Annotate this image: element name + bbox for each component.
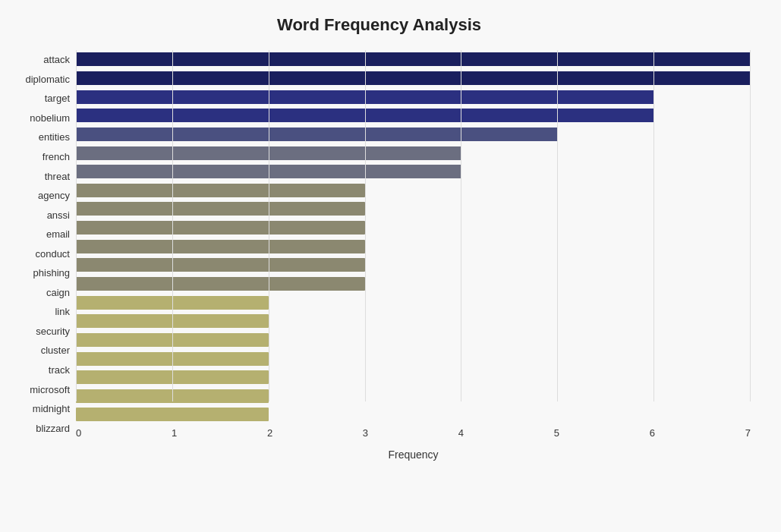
y-label: anssi <box>47 206 70 223</box>
y-label: attack <box>43 52 70 68</box>
bar <box>76 277 365 291</box>
x-tick: 2 <box>267 427 272 439</box>
y-label: agency <box>38 187 70 204</box>
y-label: email <box>46 226 70 243</box>
y-label: microsoft <box>30 381 70 398</box>
y-axis: attackdiplomatictargetnobeliumentitiesfr… <box>8 50 76 461</box>
bar <box>76 202 365 216</box>
bar <box>76 389 269 403</box>
x-tick: 7 <box>745 427 751 439</box>
bar-row <box>76 294 751 311</box>
bar <box>76 408 269 421</box>
plot-area: 01234567 Frequency <box>76 50 751 461</box>
chart-title: Word Frequency Analysis <box>8 15 751 35</box>
bar-row <box>76 332 751 348</box>
bar-row <box>76 369 751 386</box>
bar <box>76 109 654 122</box>
x-tick: 0 <box>76 427 81 439</box>
bar <box>76 71 751 85</box>
bar <box>76 352 269 366</box>
bar-row <box>76 182 751 199</box>
bar <box>76 146 461 160</box>
bar <box>76 165 461 178</box>
bar-row <box>76 200 751 217</box>
y-label: track <box>49 362 70 379</box>
bar <box>76 240 365 253</box>
bar-row <box>76 275 751 292</box>
chart-container: Word Frequency Analysis attackdiplomatic… <box>0 0 781 532</box>
bar-row <box>76 89 751 105</box>
bar-row <box>76 388 751 405</box>
bars-container <box>76 50 751 424</box>
bar <box>76 370 269 384</box>
bar-row <box>76 219 751 236</box>
bar <box>76 258 365 272</box>
bar-row <box>76 238 751 255</box>
y-label: cluster <box>41 342 70 359</box>
bar-row <box>76 107 751 124</box>
bar <box>76 127 558 141</box>
x-tick: 1 <box>172 427 177 439</box>
y-label: french <box>43 149 70 165</box>
y-label: threat <box>45 168 70 184</box>
y-label: phishing <box>33 265 70 282</box>
x-tick: 4 <box>458 427 464 439</box>
bar <box>76 314 269 328</box>
bar-row <box>76 351 751 367</box>
y-label: midnight <box>33 401 70 417</box>
bar-row <box>76 70 751 87</box>
x-tick: 6 <box>650 427 655 439</box>
x-tick: 5 <box>554 427 559 439</box>
bar-row <box>76 51 751 68</box>
bar-row <box>76 257 751 273</box>
bar <box>76 52 751 66</box>
bar-row <box>76 145 751 162</box>
bar-row <box>76 406 751 423</box>
bar <box>76 90 654 104</box>
y-label: blizzard <box>36 420 70 436</box>
x-tick: 3 <box>363 427 368 439</box>
y-label: security <box>36 323 70 339</box>
y-label: conduct <box>35 245 70 262</box>
bar <box>76 184 365 197</box>
y-label: entities <box>39 129 70 146</box>
bar-row <box>76 126 751 143</box>
bar-row <box>76 163 751 180</box>
y-label: link <box>55 304 70 320</box>
y-label: nobelium <box>30 109 70 126</box>
bar <box>76 333 269 347</box>
y-label: diplomatic <box>25 71 70 87</box>
bar <box>76 296 269 310</box>
x-axis-label: Frequency <box>76 449 751 461</box>
bar <box>76 221 365 235</box>
bar-row <box>76 313 751 329</box>
y-label: caign <box>46 284 70 301</box>
chart-area: attackdiplomatictargetnobeliumentitiesfr… <box>8 50 751 461</box>
x-axis: 01234567 <box>76 424 751 447</box>
y-label: target <box>45 90 70 107</box>
